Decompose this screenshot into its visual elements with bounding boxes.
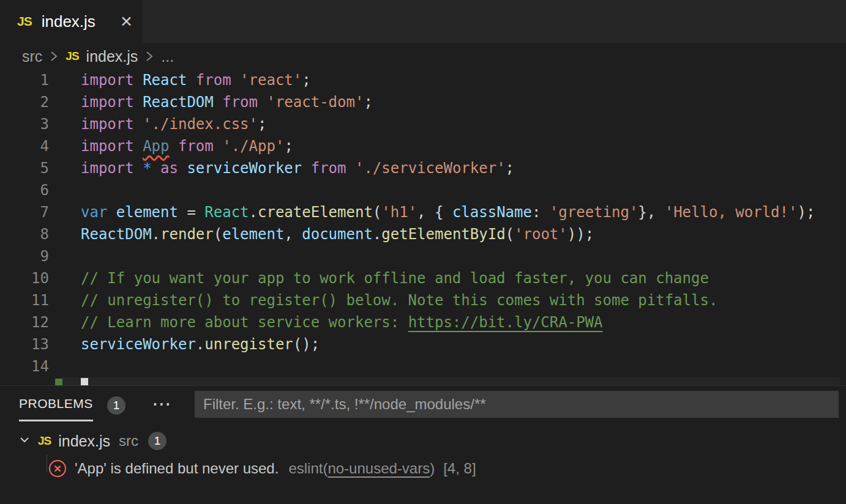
code-text: ReactDOM.render(element, document.getEle… [49,223,594,245]
javascript-file-icon: JS [17,14,32,29]
line-number: 5 [0,157,49,179]
error-icon: ✕ [49,460,66,477]
close-tab-icon[interactable]: ✕ [120,13,133,31]
problem-message: 'App' is defined but never used. [75,460,279,477]
code-token: React [204,204,249,221]
code-token: ; [364,94,372,111]
problem-source: eslint(no-unused-vars) [288,460,435,477]
editor-tab-index-js[interactable]: JS index.js ✕ [0,0,143,43]
code-line[interactable]: 9 [0,245,846,267]
code-token: React [143,72,187,89]
code-token: ( [506,226,514,243]
line-number: 3 [0,113,49,135]
code-line[interactable]: 7var element = React.createElement('h1',… [0,201,846,223]
code-token: from [302,160,355,177]
line-number: 6 [0,179,49,201]
problems-file-name: index.js [58,432,110,450]
code-token: . [373,226,381,243]
panel-header: PROBLEMS 1 ⋯ [0,386,846,426]
code-token: * [143,160,151,177]
problem-rule-link[interactable]: no-unused-vars [328,460,430,476]
code-token: }, [638,204,664,221]
code-line[interactable]: 6 [0,179,846,201]
problems-file-path: src [119,432,138,450]
problem-source-prefix: eslint( [288,460,328,476]
code-token: serviceWorker [187,160,302,177]
current-line-highlight [61,377,840,385]
code-lines: 1import React from 'react';2import React… [0,69,846,377]
breadcrumb-file[interactable]: index.js [86,48,138,65]
code-token: serviceWorker [81,336,196,353]
code-token: 'react' [240,72,302,89]
code-token: './App' [222,138,284,155]
problem-row[interactable]: ✕ 'App' is defined but never used. eslin… [0,454,846,483]
code-token: ; [284,138,293,155]
code-line[interactable]: 13serviceWorker.unregister(); [0,333,846,355]
code-token: ); [797,204,815,221]
problems-panel: PROBLEMS 1 ⋯ JS index.js src 1 ✕ 'App' i… [0,385,846,504]
code-token: 'greeting' [550,204,638,221]
line-number: 2 [0,91,49,113]
javascript-file-icon: JS [38,434,51,448]
code-line[interactable]: 14 [0,355,846,377]
line-number: 8 [0,223,49,245]
breadcrumb-symbol-more[interactable]: ... [161,48,174,65]
code-token: ; [302,72,310,89]
code-token: from [170,138,223,155]
code-token: import [81,160,143,177]
code-token: './serviceWorker' [355,160,506,177]
code-line[interactable]: 1import React from 'react'; [0,69,846,91]
code-text [49,179,81,201]
line-number: 14 [0,355,49,377]
code-text: var element = React.createElement('h1', … [49,201,815,223]
breadcrumb-folder[interactable]: src [22,48,42,65]
tab-title: index.js [42,12,95,31]
code-token: // unregister() to register() below. Not… [81,292,717,309]
code-line[interactable]: 5import * as serviceWorker from './servi… [0,157,846,179]
file-problems-count-badge: 1 [148,432,167,450]
javascript-file-icon: JS [66,50,78,63]
code-line[interactable]: 4import App from './App'; [0,135,846,157]
code-token: import [81,116,143,133]
code-token: )); [567,226,594,243]
tab-bar: JS index.js ✕ [0,0,846,43]
code-text: import App from './App'; [49,135,293,157]
chevron-right-icon [144,48,155,64]
code-token: , [284,226,302,243]
code-token: // Learn more about service workers: [81,314,408,331]
chevron-right-icon [48,48,59,64]
line-number: 7 [0,201,49,223]
code-link[interactable]: https://bit.ly/CRA-PWA [408,314,603,331]
code-token: createElement [258,204,373,221]
code-line[interactable]: 12// Learn more about service workers: h… [0,311,846,333]
chevron-down-icon[interactable] [17,432,32,450]
code-token: ReactDOM [81,226,152,243]
code-token: 'Hello, world!' [665,204,798,221]
problems-file-row[interactable]: JS index.js src 1 [0,429,846,453]
code-line[interactable]: 10// If you want your app to work offlin… [0,267,846,289]
more-actions-icon[interactable]: ⋯ [152,392,171,415]
tab-problems[interactable]: PROBLEMS [19,396,93,421]
code-editor[interactable]: 1import React from 'react';2import React… [0,69,846,385]
code-text: // unregister() to register() below. Not… [49,289,717,311]
code-text: // If you want your app to work offline … [49,267,709,289]
problems-filter-input[interactable] [195,391,839,418]
code-token: var [81,204,116,221]
line-number: 4 [0,135,49,157]
code-token: ReactDOM [143,94,214,111]
code-token: ; [506,160,514,177]
code-token: (); [293,336,320,353]
code-line[interactable]: 3import './index.css'; [0,113,846,135]
git-added-indicator [55,379,62,385]
code-token: import [81,72,143,89]
code-line[interactable]: 8ReactDOM.render(element, document.getEl… [0,223,846,245]
code-text [49,355,81,377]
code-token: ; [258,116,266,133]
code-token: from [187,72,240,89]
code-text: // Learn more about service workers: htt… [49,311,603,333]
line-number: 11 [0,289,49,311]
partial-line-15 [0,377,846,385]
code-line[interactable]: 2import ReactDOM from 'react-dom'; [0,91,846,113]
code-token: from [214,94,267,111]
code-line[interactable]: 11// unregister() to register() below. N… [0,289,846,311]
